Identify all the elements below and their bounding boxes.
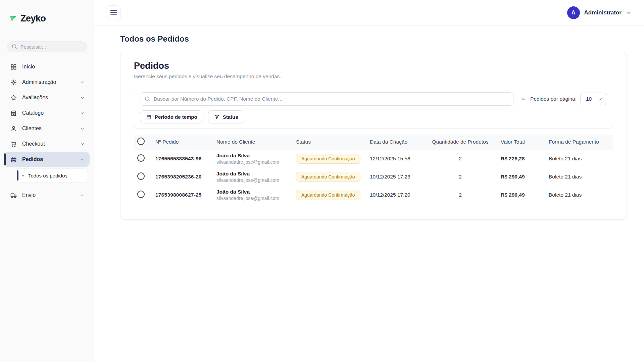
column-header-created: Data da Criação (367, 135, 423, 150)
sidebar-item-label: Catálogo (22, 110, 44, 116)
column-header-status: Status (293, 135, 367, 150)
order-number: 1765398008627-25 (153, 186, 214, 204)
chevron-down-icon (80, 193, 85, 198)
orders-card: Pedidos Gerencie seus pedidos e visualiz… (120, 52, 627, 220)
user-icon (10, 125, 17, 132)
table-row[interactable]: 1765398008627-25 João da Silva silvaanda… (134, 186, 613, 204)
column-header-order: Nº Pedido (153, 135, 214, 150)
chevron-down-icon (80, 80, 85, 85)
row-checkbox[interactable] (137, 191, 145, 198)
page-title: Todos os Pedidos (120, 34, 644, 44)
table-row[interactable]: 1765565888543-96 João da Silva silvaanda… (134, 150, 613, 168)
card-title: Pedidos (134, 61, 613, 71)
sidebar-search (7, 41, 87, 52)
filter-panel: Pedidos por página: 10 Período de tempo (134, 87, 613, 129)
customer-name: João da Silva (216, 152, 291, 159)
sidebar-nav: Início Administração Avaliações Ca (0, 59, 94, 203)
sidebar-item-administracao[interactable]: Administração (4, 74, 90, 90)
sidebar-item-label: Envio (22, 192, 36, 198)
sidebar-item-avaliacoes[interactable]: Avaliações (4, 90, 90, 105)
hamburger-menu-button[interactable] (106, 5, 121, 20)
row-checkbox[interactable] (137, 172, 145, 180)
chevron-up-icon (80, 157, 85, 162)
user-menu[interactable]: A Administrator (567, 6, 632, 19)
zeyko-logo-icon (9, 14, 17, 23)
status-badge: Aguardando Confirmação (296, 190, 360, 200)
column-header-total: Valor Total (498, 135, 546, 150)
payment-method: Boleto 21 dias (546, 168, 613, 186)
basket-icon (10, 156, 17, 163)
sidebar-item-label: Checkout (22, 141, 45, 147)
gear-icon (10, 79, 17, 86)
chevron-down-icon (80, 95, 85, 100)
select-all-checkbox[interactable] (137, 138, 145, 145)
brand-logo[interactable]: Zeyko (0, 0, 94, 24)
orders-search-input[interactable] (140, 92, 513, 106)
customer-name: João da Silva (216, 170, 291, 177)
sidebar-item-clientes[interactable]: Clientes (4, 121, 90, 136)
product-quantity: 2 (423, 168, 498, 186)
payment-method: Boleto 21 dias (546, 186, 613, 204)
sidebar-item-inicio[interactable]: Início (4, 59, 90, 74)
row-checkbox[interactable] (137, 154, 145, 162)
chevron-down-icon (626, 10, 632, 16)
cart-icon (10, 141, 17, 148)
active-accent-bar (4, 153, 6, 165)
per-page-value: 10 (586, 96, 592, 102)
funnel-icon (214, 114, 220, 120)
column-header-payment: Forma de Pagamento (546, 135, 613, 150)
top-bar: A Administrator (94, 0, 644, 25)
main-area: A Administrator Todos os Pedidos Pedidos… (94, 0, 644, 220)
created-at: 10/12/2025 17:23 (367, 168, 423, 186)
customer-email: silvaandadre.jose@gmail.com (216, 195, 291, 201)
filter-lines-icon (520, 96, 527, 102)
user-name: Administrator (584, 9, 622, 16)
status-badge: Aguardando Confirmação (296, 172, 360, 182)
table-row[interactable]: 1765398205236-20 João da Silva silvaanda… (134, 168, 613, 186)
bullet-icon (22, 175, 24, 176)
sidebar-item-label: Pedidos (22, 156, 43, 162)
chevron-down-icon (80, 126, 85, 131)
status-filter-button[interactable]: Status (208, 110, 244, 123)
sidebar-item-pedidos[interactable]: Pedidos (4, 152, 90, 167)
customer-email: silvaandadre.jose@gmail.com (216, 159, 291, 165)
store-icon (10, 110, 17, 117)
sidebar-item-catalogo[interactable]: Catálogo (4, 105, 90, 121)
brand-name: Zeyko (20, 13, 46, 24)
sidebar-item-checkout[interactable]: Checkout (4, 136, 90, 152)
orders-search (140, 92, 513, 106)
table-header-row: Nº Pedido Nome do Cliente Status Data da… (134, 135, 613, 150)
avatar: A (567, 6, 580, 19)
status-filter-label: Status (223, 114, 238, 120)
status-badge: Aguardando Confirmação (296, 154, 360, 164)
sidebar-item-envio[interactable]: Envio (4, 188, 90, 203)
per-page-select[interactable]: 10 (580, 93, 607, 105)
calendar-icon (146, 114, 152, 120)
search-icon (144, 96, 151, 103)
column-header-customer: Nome do Cliente (214, 135, 293, 150)
chevron-down-icon (80, 111, 85, 116)
grid-icon (10, 63, 17, 70)
nav-spacer (0, 182, 94, 188)
chevron-down-icon (598, 97, 603, 102)
date-range-filter-button[interactable]: Período de tempo (140, 110, 203, 123)
sidebar-item-label: Avaliações (22, 95, 48, 101)
per-page-label: Pedidos por página: (530, 96, 577, 102)
sidebar: Zeyko Início Administração (0, 0, 94, 362)
column-header-qty: Quantidade de Produtos (423, 135, 498, 150)
customer-email: silvaandadre.jose@gmail.com (216, 177, 291, 183)
sidebar-search-input[interactable] (7, 41, 87, 52)
order-number: 1765565888543-96 (153, 150, 214, 168)
date-range-filter-label: Período de tempo (155, 114, 197, 120)
total-value: R$ 290,49 (498, 186, 546, 204)
orders-table: Nº Pedido Nome do Cliente Status Data da… (134, 135, 613, 204)
created-at: 10/12/2025 17:20 (367, 186, 423, 204)
sidebar-item-label: Início (22, 64, 35, 70)
sidebar-subitem-todos-os-pedidos[interactable]: Todos os pedidos (17, 169, 88, 182)
active-accent-bar (17, 170, 18, 180)
sidebar-item-label: Clientes (22, 125, 42, 132)
sidebar-item-label: Administração (22, 79, 56, 85)
search-icon (11, 44, 17, 51)
created-at: 12/12/2025 15:58 (367, 150, 423, 168)
product-quantity: 2 (423, 186, 498, 204)
